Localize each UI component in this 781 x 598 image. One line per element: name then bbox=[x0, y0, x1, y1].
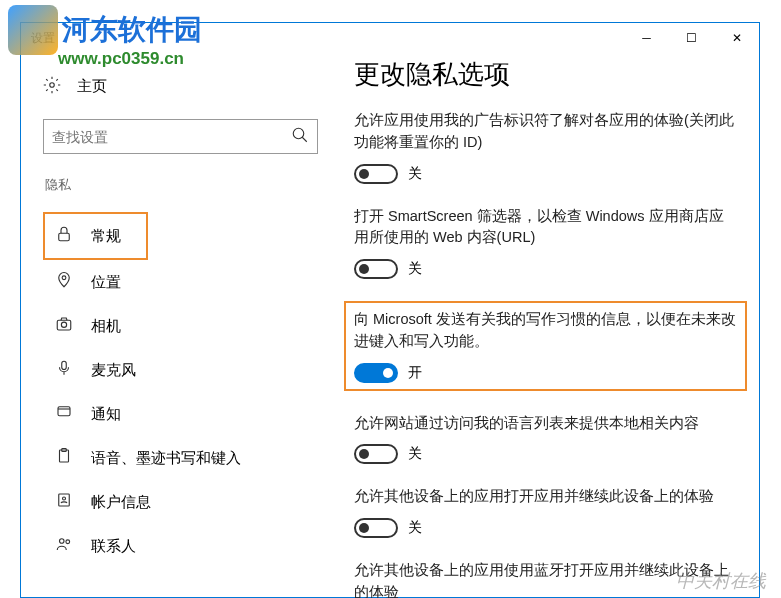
toggle-state: 关 bbox=[408, 445, 422, 463]
svg-rect-8 bbox=[58, 407, 70, 416]
sidebar-item-camera[interactable]: 相机 bbox=[43, 304, 336, 348]
toggle-smartscreen[interactable]: 关 bbox=[354, 259, 737, 279]
sidebar-item-location[interactable]: 位置 bbox=[43, 260, 336, 304]
setting-typing-info: 向 Microsoft 发送有关我的写作习惯的信息，以便在未来改进键入和写入功能… bbox=[344, 301, 747, 391]
search-input[interactable] bbox=[52, 129, 291, 145]
sidebar-item-label: 位置 bbox=[91, 273, 121, 292]
sidebar-item-label: 通知 bbox=[91, 405, 121, 424]
home-button[interactable]: 主页 bbox=[43, 68, 336, 105]
setting-desc: 向 Microsoft 发送有关我的写作习惯的信息，以便在未来改进键入和写入功能… bbox=[354, 309, 737, 353]
toggle-switch[interactable] bbox=[354, 518, 398, 538]
minimize-button[interactable]: ─ bbox=[624, 23, 669, 53]
search-box[interactable] bbox=[43, 119, 318, 154]
setting-advertising-id: 允许应用使用我的广告标识符了解对各应用的体验(关闭此功能将重置你的 ID) 关 bbox=[354, 110, 737, 184]
account-icon bbox=[55, 491, 73, 513]
home-label: 主页 bbox=[77, 77, 107, 96]
gear-icon bbox=[43, 76, 61, 97]
location-icon bbox=[55, 271, 73, 293]
toggle-state: 开 bbox=[408, 364, 422, 382]
sidebar-item-general[interactable]: 常规 bbox=[43, 212, 148, 260]
sidebar-item-contacts[interactable]: 联系人 bbox=[43, 524, 336, 568]
maximize-button[interactable]: ☐ bbox=[669, 23, 714, 53]
svg-rect-3 bbox=[59, 233, 70, 241]
app-title: 设置 bbox=[31, 30, 55, 47]
close-button[interactable]: ✕ bbox=[714, 23, 759, 53]
sidebar-item-label: 常规 bbox=[91, 227, 121, 246]
sidebar-item-label: 联系人 bbox=[91, 537, 136, 556]
svg-point-12 bbox=[63, 497, 66, 500]
notification-icon bbox=[55, 403, 73, 425]
sidebar-item-microphone[interactable]: 麦克风 bbox=[43, 348, 336, 392]
setting-other-devices: 允许其他设备上的应用打开应用并继续此设备上的体验 关 bbox=[354, 486, 737, 538]
lock-icon bbox=[55, 225, 73, 247]
svg-point-14 bbox=[66, 540, 70, 544]
sidebar-item-notifications[interactable]: 通知 bbox=[43, 392, 336, 436]
toggle-other-devices[interactable]: 关 bbox=[354, 518, 737, 538]
sidebar-item-label: 麦克风 bbox=[91, 361, 136, 380]
settings-window: 设置 ─ ☐ ✕ 主页 隐私 常规 位置 bbox=[20, 22, 760, 598]
svg-point-6 bbox=[61, 322, 66, 327]
sidebar: 主页 隐私 常规 位置 相机 麦克风 bbox=[21, 53, 336, 597]
svg-point-1 bbox=[293, 128, 304, 139]
sidebar-item-label: 帐户信息 bbox=[91, 493, 151, 512]
sidebar-item-speech[interactable]: 语音、墨迹书写和键入 bbox=[43, 436, 336, 480]
setting-smartscreen: 打开 SmartScreen 筛选器，以检查 Windows 应用商店应用所使用… bbox=[354, 206, 737, 280]
setting-language-list: 允许网站通过访问我的语言列表来提供本地相关内容 关 bbox=[354, 413, 737, 465]
toggle-state: 关 bbox=[408, 519, 422, 537]
camera-icon bbox=[55, 315, 73, 337]
toggle-switch[interactable] bbox=[354, 363, 398, 383]
titlebar: 设置 ─ ☐ ✕ bbox=[21, 23, 759, 53]
contacts-icon bbox=[55, 535, 73, 557]
watermark-bottom: 中关村在线 bbox=[676, 569, 766, 593]
sidebar-item-account[interactable]: 帐户信息 bbox=[43, 480, 336, 524]
main-content: 更改隐私选项 允许应用使用我的广告标识符了解对各应用的体验(关闭此功能将重置你的… bbox=[336, 53, 759, 597]
svg-point-13 bbox=[60, 539, 65, 544]
sidebar-item-label: 相机 bbox=[91, 317, 121, 336]
toggle-switch[interactable] bbox=[354, 259, 398, 279]
setting-desc: 允许网站通过访问我的语言列表来提供本地相关内容 bbox=[354, 413, 737, 435]
page-title: 更改隐私选项 bbox=[354, 57, 737, 92]
toggle-typing-info[interactable]: 开 bbox=[354, 363, 737, 383]
microphone-icon bbox=[55, 359, 73, 381]
sidebar-item-label: 语音、墨迹书写和键入 bbox=[91, 449, 241, 468]
section-label: 隐私 bbox=[43, 176, 336, 194]
window-controls: ─ ☐ ✕ bbox=[624, 23, 759, 53]
clipboard-icon bbox=[55, 447, 73, 469]
svg-rect-7 bbox=[62, 361, 67, 369]
setting-desc: 打开 SmartScreen 筛选器，以检查 Windows 应用商店应用所使用… bbox=[354, 206, 737, 250]
toggle-advertising-id[interactable]: 关 bbox=[354, 164, 737, 184]
toggle-state: 关 bbox=[408, 260, 422, 278]
search-icon bbox=[291, 126, 309, 148]
toggle-switch[interactable] bbox=[354, 444, 398, 464]
toggle-state: 关 bbox=[408, 165, 422, 183]
toggle-switch[interactable] bbox=[354, 164, 398, 184]
svg-line-2 bbox=[302, 137, 307, 142]
setting-desc: 允许其他设备上的应用打开应用并继续此设备上的体验 bbox=[354, 486, 737, 508]
svg-point-0 bbox=[50, 83, 55, 88]
svg-point-4 bbox=[62, 276, 66, 280]
setting-desc: 允许应用使用我的广告标识符了解对各应用的体验(关闭此功能将重置你的 ID) bbox=[354, 110, 737, 154]
toggle-language-list[interactable]: 关 bbox=[354, 444, 737, 464]
